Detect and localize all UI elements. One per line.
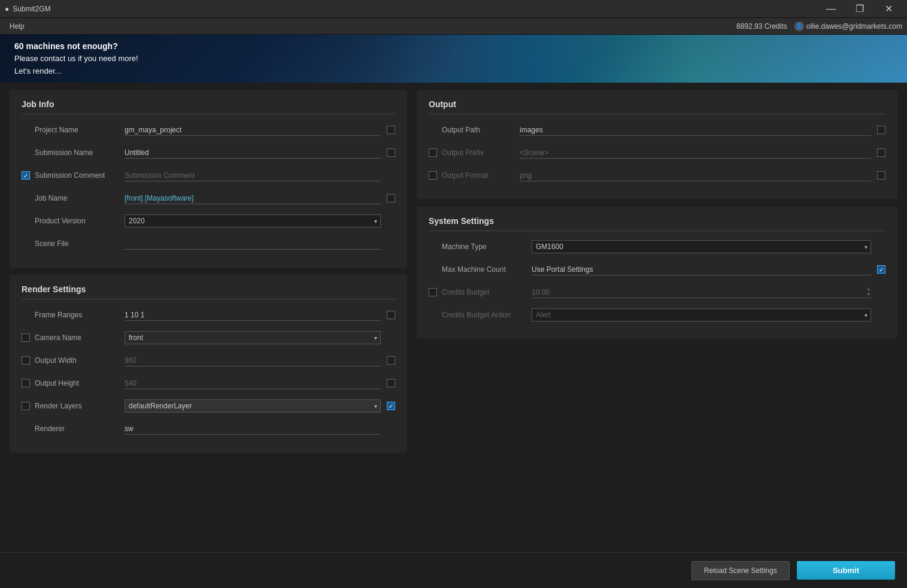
project-name-checkbox[interactable]: [387, 126, 395, 134]
render-layers-enable-checkbox[interactable]: [22, 402, 30, 410]
renderer-input[interactable]: [125, 423, 381, 435]
product-version-value: 2018 2019 2020 2022 2023: [125, 214, 381, 228]
spinner-up[interactable]: ▲: [866, 287, 871, 292]
help-menu[interactable]: Help: [5, 20, 29, 33]
credits-budget-action-select[interactable]: Alert Stop Pause: [532, 308, 871, 322]
credits-budget-label: Credits Budget: [442, 288, 532, 296]
render-settings-title: Render Settings: [22, 284, 395, 299]
render-layers-select[interactable]: defaultRenderLayer: [125, 399, 381, 413]
output-prefix-end: [871, 148, 885, 157]
max-machine-count-checkbox[interactable]: [877, 265, 885, 274]
project-name-end: [381, 126, 395, 134]
credits-budget-row: Credits Budget ▲ ▼: [429, 284, 885, 301]
output-path-input[interactable]: [520, 125, 871, 136]
output-format-checkbox[interactable]: [877, 171, 885, 180]
submission-comment-value: [125, 170, 381, 181]
frame-ranges-input[interactable]: [125, 310, 381, 321]
frame-ranges-checkbox[interactable]: [387, 311, 395, 319]
submit-button[interactable]: Submit: [797, 561, 895, 580]
banner-text: 60 machines not enough? Please contact u…: [14, 40, 138, 78]
output-path-label: Output Path: [442, 126, 520, 134]
submission-comment-input[interactable]: [125, 170, 381, 181]
machine-type-row: Machine Type GM1600 GM3200 GM6400: [429, 238, 885, 255]
camera-name-label: Camera Name: [35, 334, 125, 342]
product-version-row: Product Version 2018 2019 2020 2022 2023: [22, 213, 395, 229]
product-version-label: Product Version: [35, 217, 125, 225]
output-prefix-enable-checkbox[interactable]: [429, 148, 437, 157]
camera-name-select[interactable]: front persp top side: [125, 331, 381, 344]
credits-budget-value: ▲ ▼: [532, 287, 871, 298]
scene-file-input[interactable]: [125, 238, 381, 250]
system-settings-title: System Settings: [429, 216, 885, 231]
output-format-row: Output Format: [429, 167, 885, 184]
output-width-enable-checkbox[interactable]: [22, 356, 30, 365]
product-version-select[interactable]: 2018 2019 2020 2022 2023: [125, 214, 381, 228]
output-height-label: Output Height: [35, 379, 125, 387]
camera-name-select-wrapper: front persp top side: [125, 331, 381, 344]
frame-ranges-end: [381, 311, 395, 319]
output-format-checkbox-wrap: [429, 171, 442, 180]
job-name-input[interactable]: [125, 193, 381, 204]
restore-button[interactable]: ❐: [846, 0, 873, 18]
output-height-value: [125, 378, 381, 389]
spinner-down[interactable]: ▼: [866, 292, 871, 297]
output-width-label: Output Width: [35, 356, 125, 365]
credits-budget-enable-checkbox[interactable]: [429, 288, 437, 296]
scene-file-value: [125, 238, 381, 250]
output-format-end: [871, 171, 885, 180]
output-path-row: Output Path: [429, 122, 885, 138]
credits-budget-input-wrap: ▲ ▼: [532, 287, 871, 298]
frame-ranges-value: [125, 310, 381, 321]
scene-file-row: Scene File: [22, 235, 395, 252]
render-layers-checkbox[interactable]: [387, 402, 395, 410]
output-prefix-row: Output Prefix: [429, 144, 885, 161]
output-format-input[interactable]: [520, 170, 871, 181]
credits-budget-action-value: Alert Stop Pause: [532, 308, 871, 322]
output-path-checkbox[interactable]: [877, 126, 885, 134]
max-machine-count-row: Max Machine Count: [429, 261, 885, 278]
renderer-row: Renderer: [22, 420, 395, 437]
user-icon: 👤: [794, 22, 804, 31]
submission-comment-checkbox[interactable]: [22, 171, 30, 180]
product-version-select-wrapper: 2018 2019 2020 2022 2023: [125, 214, 381, 228]
output-prefix-input[interactable]: [520, 147, 871, 159]
camera-name-enable-checkbox[interactable]: [22, 334, 30, 342]
minimize-button[interactable]: —: [817, 0, 845, 18]
credits-budget-action-row: Credits Budget Action Alert Stop Pause: [429, 307, 885, 323]
credits-display: 8892.93 Credits: [736, 22, 787, 31]
output-format-enable-checkbox[interactable]: [429, 171, 437, 180]
output-height-end: [381, 379, 395, 387]
project-name-input[interactable]: [125, 125, 381, 136]
camera-name-value: front persp top side: [125, 331, 381, 344]
project-name-value: [125, 125, 381, 136]
output-height-input[interactable]: [125, 378, 381, 389]
submission-name-value: [125, 147, 381, 159]
credits-budget-action-label: Credits Budget Action: [442, 311, 532, 319]
output-prefix-checkbox[interactable]: [877, 148, 885, 157]
output-width-checkbox-wrap: [22, 356, 35, 365]
machine-type-select[interactable]: GM1600 GM3200 GM6400: [532, 240, 871, 253]
render-layers-checkbox-wrap: [22, 402, 35, 410]
scene-file-label: Scene File: [35, 240, 125, 248]
output-section: Output Output Path Output Prefix: [417, 90, 897, 199]
credits-budget-input[interactable]: [532, 287, 864, 298]
output-width-checkbox[interactable]: [387, 356, 395, 365]
user-info: 👤 ollie.dawes@gridmarkets.com: [794, 22, 902, 31]
max-machine-count-input[interactable]: [532, 264, 871, 275]
close-button[interactable]: ✕: [875, 0, 902, 18]
output-width-end: [381, 356, 395, 365]
output-height-enable-checkbox[interactable]: [22, 379, 30, 387]
output-height-checkbox[interactable]: [387, 379, 395, 387]
credits-budget-spinner[interactable]: ▲ ▼: [866, 287, 871, 297]
output-format-value: [520, 170, 871, 181]
output-width-input[interactable]: [125, 355, 381, 366]
titlebar-left: ● Submit2GM: [5, 5, 51, 13]
app-icon: ●: [5, 5, 9, 13]
render-layers-label: Render Layers: [35, 402, 125, 410]
job-name-checkbox[interactable]: [387, 194, 395, 202]
titlebar: ● Submit2GM — ❐ ✕: [0, 0, 907, 18]
output-prefix-value: [520, 147, 871, 159]
reload-scene-settings-button[interactable]: Reload Scene Settings: [691, 561, 790, 580]
submission-name-input[interactable]: [125, 147, 381, 159]
submission-name-checkbox[interactable]: [387, 148, 395, 157]
